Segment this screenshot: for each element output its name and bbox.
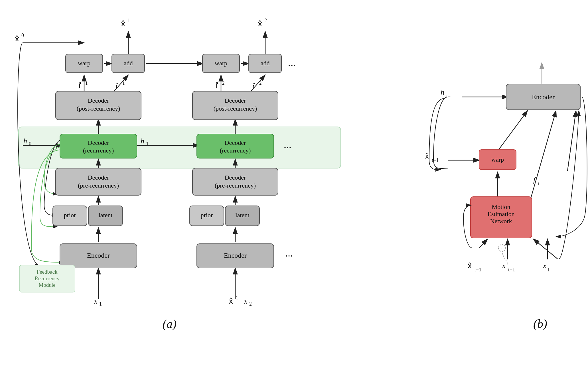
svg-text:f̂: f̂ bbox=[78, 82, 81, 90]
svg-text:x̂: x̂ bbox=[121, 20, 125, 28]
svg-line-28 bbox=[530, 111, 556, 200]
svg-line-27 bbox=[498, 111, 528, 151]
svg-text:(recurrency): (recurrency) bbox=[83, 147, 114, 154]
svg-text:x̂: x̂ bbox=[468, 262, 472, 269]
svg-text:t−1: t−1 bbox=[508, 267, 515, 273]
svg-text:Decoder: Decoder bbox=[88, 97, 109, 104]
svg-text:...: ... bbox=[284, 139, 291, 151]
svg-text:h: h bbox=[23, 137, 27, 145]
svg-text:x̂: x̂ bbox=[229, 297, 233, 305]
svg-text:1: 1 bbox=[146, 141, 149, 147]
svg-text:0: 0 bbox=[29, 141, 31, 147]
svg-text:x̂: x̂ bbox=[425, 153, 429, 160]
svg-text:Encoder: Encoder bbox=[532, 93, 555, 101]
svg-text:1: 1 bbox=[99, 301, 102, 307]
svg-text:t: t bbox=[548, 267, 549, 273]
svg-text:Decoder: Decoder bbox=[88, 139, 109, 146]
svg-line-30 bbox=[479, 239, 488, 248]
svg-text:Decoder: Decoder bbox=[225, 139, 246, 146]
svg-text:h: h bbox=[441, 88, 444, 96]
svg-text:(b): (b) bbox=[533, 317, 547, 331]
svg-text:(a): (a) bbox=[163, 317, 177, 331]
svg-text:f̂: f̂ bbox=[215, 82, 218, 90]
svg-text:warp: warp bbox=[215, 60, 227, 67]
svg-text:Encoder: Encoder bbox=[87, 252, 110, 259]
svg-text:...: ... bbox=[288, 57, 296, 68]
svg-text:(post-recurrency): (post-recurrency) bbox=[214, 105, 257, 112]
svg-text:x: x bbox=[244, 297, 248, 305]
svg-text:(post-recurrency): (post-recurrency) bbox=[77, 105, 120, 112]
svg-text:x: x bbox=[502, 262, 506, 269]
svg-text:(pre-recurrency): (pre-recurrency) bbox=[215, 182, 256, 189]
svg-text:Feedback: Feedback bbox=[37, 269, 58, 275]
svg-text:prior: prior bbox=[64, 212, 76, 219]
svg-text:t: t bbox=[538, 181, 540, 186]
svg-text:2: 2 bbox=[249, 301, 252, 307]
svg-text:t−1: t−1 bbox=[475, 267, 481, 273]
svg-text:(pre-recurrency): (pre-recurrency) bbox=[78, 182, 119, 189]
svg-text:Estimation: Estimation bbox=[487, 210, 514, 218]
svg-text:(recurrency): (recurrency) bbox=[220, 147, 251, 154]
svg-text:Module: Module bbox=[38, 282, 55, 288]
svg-text:t−1: t−1 bbox=[446, 94, 453, 99]
svg-text:warp: warp bbox=[491, 156, 504, 163]
svg-text:h: h bbox=[141, 137, 144, 145]
svg-text:1: 1 bbox=[236, 295, 238, 301]
svg-text:Network: Network bbox=[490, 218, 512, 225]
svg-text:1: 1 bbox=[85, 80, 88, 86]
svg-text:add: add bbox=[261, 60, 270, 67]
svg-text:Motion: Motion bbox=[492, 203, 510, 210]
svg-line-126 bbox=[533, 239, 557, 259]
svg-text:2: 2 bbox=[264, 18, 267, 23]
svg-text:2: 2 bbox=[259, 80, 262, 86]
svg-text:add: add bbox=[124, 60, 133, 67]
svg-text:latent: latent bbox=[236, 212, 250, 219]
svg-text:2: 2 bbox=[222, 80, 225, 86]
svg-text:Decoder: Decoder bbox=[225, 174, 246, 181]
svg-text:0: 0 bbox=[21, 32, 24, 38]
svg-text:1: 1 bbox=[122, 80, 125, 86]
svg-text:1: 1 bbox=[127, 18, 130, 23]
diagram-container: Encoder prior latent Decoder (pre-recurr… bbox=[0, 0, 588, 374]
svg-text:x̂: x̂ bbox=[15, 35, 19, 43]
svg-line-33 bbox=[567, 111, 576, 171]
svg-text:Decoder: Decoder bbox=[225, 97, 246, 104]
diagram-svg: Encoder prior latent Decoder (pre-recurr… bbox=[0, 0, 588, 374]
svg-text:latent: latent bbox=[99, 212, 113, 219]
svg-text:r̂: r̂ bbox=[115, 82, 118, 90]
svg-text:prior: prior bbox=[201, 212, 213, 219]
svg-text:Decoder: Decoder bbox=[88, 174, 109, 181]
svg-text:Encoder: Encoder bbox=[224, 252, 247, 259]
svg-text:x: x bbox=[94, 297, 98, 305]
svg-text:t−1: t−1 bbox=[432, 157, 439, 163]
svg-text:x̂: x̂ bbox=[258, 20, 262, 28]
svg-text:warp: warp bbox=[78, 60, 90, 67]
svg-text:Recurrency: Recurrency bbox=[35, 275, 60, 281]
svg-text:r̂: r̂ bbox=[252, 82, 255, 90]
svg-text:...: ... bbox=[285, 247, 293, 259]
svg-text:x: x bbox=[543, 262, 546, 269]
